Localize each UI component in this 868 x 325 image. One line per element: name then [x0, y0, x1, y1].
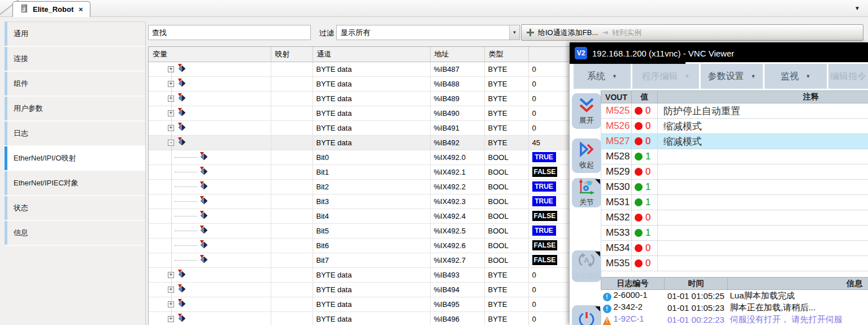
channel-cell: Bit3	[313, 194, 430, 209]
col-channel[interactable]: 通道	[313, 47, 430, 62]
mapping-cell[interactable]	[271, 150, 313, 164]
auto-loop-button[interactable]: A 连续循环	[572, 250, 601, 282]
mapping-cell[interactable]	[271, 297, 313, 311]
col-variable[interactable]: 变量	[149, 47, 271, 62]
input-channel-icon	[177, 284, 186, 294]
mapping-cell[interactable]	[271, 106, 313, 120]
robot-joint-icon	[578, 178, 596, 197]
log-row[interactable]: 2-342-2 01-01 01:05:23 脚本正在加载,请稍后...	[601, 302, 868, 314]
mapping-cell[interactable]	[271, 253, 313, 267]
mapping-cell[interactable]	[271, 120, 313, 135]
address-cell: %IB487	[430, 62, 484, 76]
menu-program-edit[interactable]: 程序编辑 ▼	[632, 64, 699, 89]
address-cell: %IB496	[430, 311, 484, 325]
vout-row[interactable]: M529 0	[601, 164, 868, 180]
type-cell: BYTE	[484, 297, 528, 311]
filter-dropdown[interactable]: 显示所有 ▼	[336, 25, 520, 40]
vout-row[interactable]: M525 0 防护停止自动重置	[601, 103, 868, 119]
mapping-cell[interactable]	[271, 135, 313, 150]
add-fb-button[interactable]: 给IO通道添加FB...	[538, 28, 598, 38]
sidebar-item-3[interactable]: 用户参数	[5, 97, 145, 122]
mapping-cell[interactable]	[271, 238, 313, 253]
channel-cell: BYTE data	[313, 282, 430, 297]
menu-edit-instruction[interactable]: 编辑指令	[828, 64, 868, 89]
channel-cell: Bit6	[313, 238, 430, 253]
sidebar-item-7[interactable]: 状态	[5, 196, 145, 221]
tab-list-dropdown-icon[interactable]: ▼	[854, 5, 860, 11]
mapping-cell[interactable]	[271, 194, 313, 209]
find-input[interactable]	[170, 28, 310, 37]
channel-cell: Bit4	[313, 209, 430, 223]
mapping-cell[interactable]	[271, 223, 313, 238]
vout-row[interactable]: M534 0	[601, 241, 868, 256]
address-cell: %IB495	[430, 297, 484, 311]
type-cell: BYTE	[484, 76, 528, 91]
sidebar-item-5[interactable]: EtherNet/IPI/O映射	[5, 146, 145, 171]
menu-system[interactable]: 系统 ▼	[574, 64, 631, 89]
log-id: 2-6000-1	[614, 290, 648, 300]
joint-mode-button[interactable]: 关节	[572, 178, 601, 207]
bool-value-badge: FALSE	[532, 167, 558, 177]
vout-comment	[658, 256, 868, 271]
mapping-cell[interactable]	[271, 311, 313, 325]
power-icon	[578, 311, 595, 325]
menu-monitor[interactable]: 监视 ▼	[765, 64, 827, 89]
mapping-cell[interactable]	[271, 76, 313, 91]
chevron-down-icon[interactable]: ▼	[509, 25, 519, 40]
tab-elite-robot[interactable]: Elite_Robot ×	[12, 1, 90, 17]
type-cell: BYTE	[484, 91, 528, 106]
sidebar-item-4[interactable]: 日志	[5, 122, 145, 146]
vout-row[interactable]: M530 1	[601, 180, 868, 195]
sidebar-item-label: 状态	[14, 203, 28, 213]
input-channel-icon	[177, 299, 186, 309]
type-cell: BOOL	[484, 223, 528, 238]
collapse-button[interactable]: 收起	[572, 138, 601, 173]
sidebar-item-label: 组件	[14, 79, 28, 89]
type-cell: BOOL	[484, 179, 528, 194]
vout-row[interactable]: M533 1	[601, 226, 868, 241]
vnc-window-title: 192.168.1.200 (x11vnc) - VNC Viewer	[592, 49, 734, 58]
mapping-cell[interactable]	[271, 91, 313, 106]
log-row[interactable]: 2-6000-1 01-01 01:05:25 Lua脚本加载完成	[601, 290, 868, 302]
col-address[interactable]: 地址	[430, 47, 484, 62]
vout-row[interactable]: M528 1	[601, 149, 868, 164]
col-mapping[interactable]: 映射	[271, 47, 313, 62]
vout-row[interactable]: M526 0 缩减模式	[601, 119, 868, 134]
expand-button[interactable]: 展开	[572, 93, 601, 129]
type-cell: BYTE	[484, 106, 528, 120]
mapping-cell[interactable]	[271, 62, 313, 76]
vout-row[interactable]: M532 0	[601, 210, 868, 226]
vout-name: M532	[601, 210, 632, 226]
sidebar-item-0[interactable]: 通用	[5, 22, 145, 47]
mapping-cell[interactable]	[271, 209, 313, 223]
channel-cell: BYTE data	[313, 91, 430, 106]
vout-value: 1	[632, 226, 658, 241]
goto-instance-button[interactable]: 转到实例	[612, 28, 641, 38]
vout-row[interactable]: M535 0	[601, 256, 868, 271]
vout-comment: 缩减模式	[658, 119, 868, 134]
mapping-cell[interactable]	[271, 164, 313, 179]
mapping-cell[interactable]	[271, 267, 313, 282]
vout-value: 0	[632, 210, 658, 226]
sidebar-item-8[interactable]: 信息	[5, 221, 145, 246]
log-row[interactable]: 1-92C-1 01-01 00:22:23 伺服没有打开， 请先打开伺服	[601, 314, 868, 325]
menu-parameter-settings[interactable]: 参数设置 ▼	[701, 64, 763, 89]
tab-close-icon[interactable]: ×	[79, 5, 83, 14]
sidebar-item-1[interactable]: 连接	[5, 47, 145, 72]
col-type[interactable]: 类型	[484, 47, 528, 62]
sidebar-item-6[interactable]: EtherNet/IPIEC对象	[5, 171, 145, 196]
power-button[interactable]	[572, 305, 601, 325]
sidebar-item-2[interactable]: 组件	[5, 72, 145, 97]
find-field[interactable]: 查找	[148, 25, 311, 40]
vout-value-number: 0	[645, 258, 650, 268]
tab-bar: Elite_Robot × ▼	[0, 0, 868, 17]
vout-row[interactable]: M527 0 缩减模式	[601, 134, 868, 149]
state-dot-icon	[635, 153, 643, 161]
vout-value: 0	[632, 103, 658, 119]
mapping-cell[interactable]	[271, 179, 313, 194]
vout-row[interactable]: M531 1	[601, 195, 868, 210]
mapping-cell[interactable]	[271, 282, 313, 297]
address-cell: %IB488	[430, 76, 484, 91]
vnc-title-bar[interactable]: V2 192.168.1.200 (x11vnc) - VNC Viewer	[570, 42, 868, 64]
sidebar-item-label: EtherNet/IPIEC对象	[14, 178, 79, 188]
